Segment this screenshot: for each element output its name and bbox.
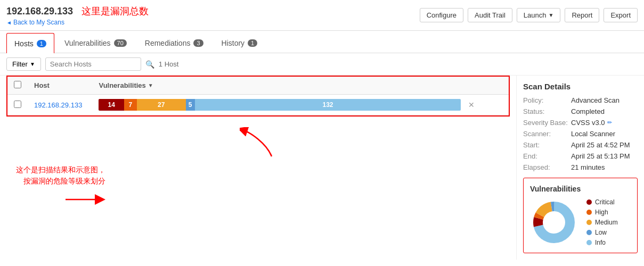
scan-details-title: Scan Details bbox=[523, 82, 638, 91]
legend-dot-high bbox=[586, 210, 592, 215]
vuln-sort-header[interactable]: Vulnerabilities ▼ bbox=[99, 81, 502, 89]
main-content: Host Vulnerabilities ▼ bbox=[0, 76, 644, 260]
col-checkbox bbox=[7, 77, 28, 95]
launch-dropdown-arrow: ▼ bbox=[548, 12, 553, 18]
vuln-chart-box: Vulnerabilities bbox=[523, 178, 638, 253]
detail-row-start: Start: April 25 at 4:52 PM bbox=[523, 141, 638, 149]
tab-remediations-badge: 3 bbox=[193, 39, 203, 47]
annotation-block: 这个是扫描结果和示意图， 按漏洞的危险等级来划分 bbox=[16, 122, 500, 210]
filter-button[interactable]: Filter ▼ bbox=[6, 57, 41, 71]
audit-trail-button[interactable]: Audit Trail bbox=[468, 8, 512, 22]
annotation-text: 这个是扫描结果和示意图， 按漏洞的危险等级来划分 bbox=[16, 164, 105, 187]
tab-history-badge: 1 bbox=[248, 39, 257, 47]
row-checkbox[interactable] bbox=[14, 101, 21, 108]
row-close-button[interactable]: ✕ bbox=[465, 99, 478, 110]
hosts-table-container: Host Vulnerabilities ▼ bbox=[6, 76, 510, 117]
annotation-arrow-up bbox=[240, 127, 282, 159]
annotation-text-block: 这个是扫描结果和示意图， 按漏洞的危险等级来划分 bbox=[16, 164, 105, 210]
legend-label-high: High bbox=[595, 209, 608, 216]
host-cell[interactable]: 192.168.29.133 bbox=[28, 95, 92, 115]
filter-dropdown-arrow: ▼ bbox=[30, 61, 35, 67]
vuln-bar-cell: 14 7 27 5 132 ✕ bbox=[92, 95, 509, 115]
tab-vulnerabilities-badge: 70 bbox=[114, 39, 127, 47]
tab-hosts-label: Hosts bbox=[14, 39, 34, 48]
legend-low: Low bbox=[586, 229, 618, 236]
chart-area: Critical High Medium Low bbox=[530, 198, 631, 246]
legend-high: High bbox=[586, 209, 618, 216]
select-all-checkbox[interactable] bbox=[14, 81, 21, 88]
legend-critical: Critical bbox=[586, 198, 618, 206]
launch-button[interactable]: Launch ▼ bbox=[517, 8, 561, 22]
legend-label-medium: Medium bbox=[595, 219, 618, 226]
table-annotation-area: Host Vulnerabilities ▼ bbox=[0, 76, 516, 260]
col-vulnerabilities[interactable]: Vulnerabilities ▼ bbox=[92, 77, 509, 95]
header: 192.168.29.133 这里是漏洞总数 Back to My Scans … bbox=[0, 0, 644, 31]
configure-button[interactable]: Configure bbox=[420, 8, 463, 22]
seg-info: 132 bbox=[195, 99, 461, 111]
scan-details-rows: Policy: Advanced Scan Status: Completed … bbox=[523, 96, 638, 171]
legend-label-low: Low bbox=[595, 229, 607, 236]
legend-info: Info bbox=[586, 239, 618, 246]
chart-legend: Critical High Medium Low bbox=[586, 198, 618, 246]
row-checkbox-cell bbox=[7, 95, 28, 115]
header-left: 192.168.29.133 这里是漏洞总数 Back to My Scans bbox=[6, 4, 149, 26]
tab-remediations-label: Remediations bbox=[145, 39, 191, 47]
tab-hosts-badge: 1 bbox=[37, 40, 46, 47]
annotation-total: 这里是漏洞总数 bbox=[81, 4, 149, 19]
detail-row-policy: Policy: Advanced Scan bbox=[523, 96, 638, 104]
legend-label-critical: Critical bbox=[595, 198, 615, 206]
filter-label: Filter bbox=[12, 60, 28, 68]
back-to-scans-link[interactable]: Back to My Scans bbox=[6, 19, 149, 26]
arrow-up bbox=[123, 127, 282, 159]
seg-medium: 27 bbox=[137, 99, 186, 111]
seg-high: 7 bbox=[124, 99, 137, 111]
tab-hosts[interactable]: Hosts 1 bbox=[6, 33, 54, 53]
seg-critical: 14 bbox=[99, 99, 124, 111]
filter-bar: Filter ▼ 🔍 1 Host bbox=[0, 53, 644, 76]
arrow-right: 这个是扫描结果和示意图， 按漏洞的危险等级来划分 bbox=[16, 164, 105, 210]
tab-vulnerabilities[interactable]: Vulnerabilities 70 bbox=[56, 33, 135, 53]
search-input[interactable] bbox=[45, 57, 141, 71]
table-row: 192.168.29.133 14 7 27 5 132 ✕ bbox=[7, 95, 509, 115]
tab-remediations[interactable]: Remediations 3 bbox=[137, 33, 211, 53]
detail-row-elapsed: Elapsed: 21 minutes bbox=[523, 163, 638, 171]
vuln-bar: 14 7 27 5 132 bbox=[99, 99, 461, 111]
tab-history-label: History bbox=[222, 39, 245, 47]
right-panel: Scan Details Policy: Advanced Scan Statu… bbox=[516, 76, 644, 260]
severity-edit-icon[interactable]: ✏ bbox=[607, 119, 612, 126]
report-button[interactable]: Report bbox=[565, 8, 599, 22]
legend-dot-info bbox=[586, 240, 592, 245]
tab-history[interactable]: History 1 bbox=[214, 33, 266, 53]
export-button[interactable]: Export bbox=[604, 8, 638, 22]
header-title-row: 192.168.29.133 这里是漏洞总数 bbox=[6, 4, 149, 19]
detail-row-severity: Severity Base: CVSS v3.0 ✏ bbox=[523, 119, 638, 127]
legend-label-info: Info bbox=[595, 239, 606, 246]
legend-dot-critical bbox=[586, 200, 592, 205]
host-count-label: 1 Host bbox=[159, 60, 179, 68]
donut-chart bbox=[530, 198, 578, 246]
legend-dot-low bbox=[586, 230, 592, 235]
tabs-bar: Hosts 1 Vulnerabilities 70 Remediations … bbox=[0, 33, 644, 53]
seg-low: 5 bbox=[186, 99, 195, 111]
donut-hole bbox=[544, 213, 564, 232]
page-title: 192.168.29.133 bbox=[6, 6, 73, 17]
vuln-chart-title: Vulnerabilities bbox=[530, 185, 631, 193]
annotation-section: 这个是扫描结果和示意图， 按漏洞的危险等级来划分 bbox=[0, 117, 516, 210]
legend-dot-medium bbox=[586, 220, 592, 225]
annotation-arrow-right bbox=[63, 189, 105, 210]
col-host: Host bbox=[28, 77, 92, 95]
hosts-table: Host Vulnerabilities ▼ bbox=[7, 77, 509, 115]
detail-row-scanner: Scanner: Local Scanner bbox=[523, 130, 638, 138]
sort-arrow-icon: ▼ bbox=[148, 82, 153, 88]
legend-medium: Medium bbox=[586, 219, 618, 226]
header-actions: Configure Audit Trail Launch ▼ Report Ex… bbox=[420, 8, 638, 22]
detail-row-end: End: April 25 at 5:13 PM bbox=[523, 152, 638, 160]
tab-vulnerabilities-label: Vulnerabilities bbox=[64, 39, 111, 47]
search-button[interactable]: 🔍 bbox=[145, 60, 154, 69]
detail-row-status: Status: Completed bbox=[523, 107, 638, 115]
